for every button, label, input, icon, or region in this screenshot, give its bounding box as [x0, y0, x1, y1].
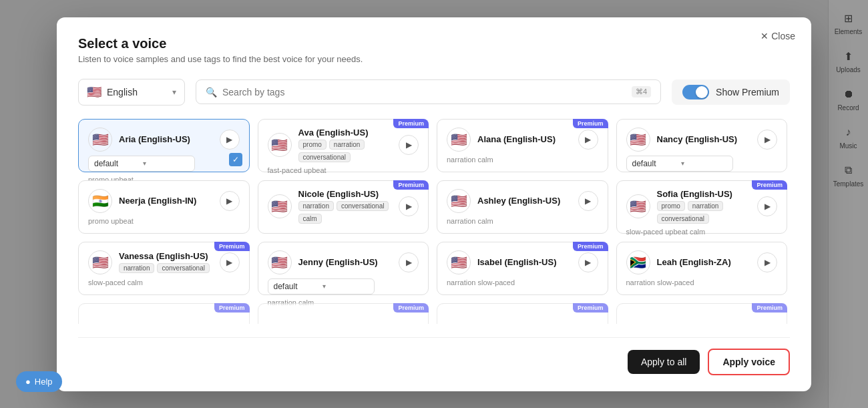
voice-avatar: 🇺🇸: [626, 128, 650, 152]
play-button[interactable]: ▶: [399, 135, 419, 155]
search-shortcut: ⌘4: [632, 86, 651, 97]
voice-card-header: 🇿🇦 Leah (English-ZA) ▶: [626, 250, 778, 274]
voice-info: Isabel (English-US): [477, 257, 572, 267]
play-button[interactable]: ▶: [399, 252, 419, 272]
voice-variant-label: default: [632, 159, 678, 168]
voice-card-vanessa[interactable]: Premium 🇺🇸 Vanessa (English-US) narratio…: [78, 242, 250, 295]
voice-tag: calm: [298, 214, 322, 224]
voice-card-aria[interactable]: 🇺🇸 Aria (English-US) ▶ default ▾ promo u…: [78, 119, 250, 172]
voice-variant-dropdown[interactable]: default ▾: [268, 278, 375, 294]
voice-name: Nicole (English-US): [298, 189, 393, 199]
dropdown-chevron-icon: ▾: [143, 160, 189, 167]
play-button[interactable]: ▶: [757, 130, 777, 150]
voice-description: fast-paced upbeat: [268, 166, 419, 174]
voice-card-partial-3[interactable]: Premium: [616, 303, 788, 324]
voice-avatar: 🇺🇸: [268, 194, 292, 218]
voice-tag: conversational: [298, 152, 351, 162]
voice-info: Aria (English-US): [119, 134, 213, 144]
voice-name: Aria (English-US): [119, 134, 213, 144]
play-button[interactable]: ▶: [578, 191, 598, 211]
voice-name: Jenny (English-US): [298, 257, 393, 267]
voice-card-jenny[interactable]: 🇺🇸 Jenny (English-US) ▶ default ▾ narrat…: [258, 242, 429, 295]
close-button[interactable]: ✕ Close: [761, 31, 795, 41]
voice-variant-label: default: [274, 282, 320, 291]
voice-tags: narrationconversationalcalm: [298, 201, 393, 224]
language-flag: 🇺🇸: [87, 85, 101, 99]
voice-name: Vanessa (English-US): [119, 251, 213, 261]
voice-card-leah[interactable]: 🇿🇦 Leah (English-ZA) ▶ narration slow-pa…: [616, 242, 788, 295]
voice-card-header: 🇺🇸 Isabel (English-US) ▶: [447, 250, 598, 274]
voice-avatar: 🇺🇸: [447, 128, 471, 152]
voice-tag: narration: [688, 201, 723, 211]
voice-info: Neerja (English-IN): [119, 196, 213, 206]
play-button[interactable]: ▶: [399, 196, 419, 216]
voice-card-header: 🇺🇸 Ashley (English-US) ▶: [447, 189, 598, 213]
play-button[interactable]: ▶: [220, 191, 240, 211]
play-button[interactable]: ▶: [220, 130, 240, 150]
help-button[interactable]: ● Help: [16, 371, 62, 392]
voice-info: Ava (English-US) promonarrationconversat…: [298, 128, 393, 162]
voice-description: narration calm: [447, 217, 598, 225]
voice-card-nicole[interactable]: Premium 🇺🇸 Nicole (English-US) narration…: [258, 180, 429, 234]
voice-avatar: 🇺🇸: [268, 133, 292, 157]
voice-avatar: 🇺🇸: [88, 128, 112, 152]
play-button[interactable]: ▶: [220, 252, 240, 272]
premium-badge: Premium: [393, 119, 429, 128]
dropdown-chevron-icon: ▾: [322, 282, 369, 290]
play-button[interactable]: ▶: [578, 130, 598, 150]
dropdown-chevron-icon: ▾: [681, 160, 727, 167]
modal-title: Select a voice: [78, 36, 790, 51]
filters-row: 🇺🇸 English ▾ 🔍 ⌘4 Show Premium: [78, 79, 790, 106]
voice-info: Ashley (English-US): [477, 196, 572, 206]
premium-badge: Premium: [752, 303, 787, 313]
voice-card-sofia[interactable]: Premium 🇺🇸 Sofia (English-US) promonarra…: [616, 180, 788, 234]
voice-card-ashley[interactable]: 🇺🇸 Ashley (English-US) ▶ narration calm: [437, 180, 608, 234]
play-button[interactable]: ▶: [757, 196, 777, 216]
modal-overlay: Select a voice Listen to voice samples a…: [0, 0, 868, 408]
premium-toggle-row: Show Premium: [672, 79, 790, 105]
voice-card-partial-0[interactable]: Premium: [78, 303, 250, 324]
voice-card-partial-2[interactable]: Premium: [437, 303, 608, 324]
premium-toggle[interactable]: [682, 85, 709, 99]
voice-card-alana[interactable]: Premium 🇺🇸 Alana (English-US) ▶ narratio…: [437, 119, 608, 172]
voice-tag: conversational: [657, 214, 709, 224]
voice-avatar: 🇺🇸: [626, 194, 650, 218]
voice-variant-dropdown[interactable]: default ▾: [88, 156, 195, 172]
premium-badge: Premium: [393, 303, 429, 313]
apply-voice-button[interactable]: Apply voice: [708, 349, 790, 375]
voice-card-isabel[interactable]: Premium 🇺🇸 Isabel (English-US) ▶ narrati…: [437, 242, 608, 295]
voice-card-header: 🇺🇸 Ava (English-US) promonarrationconver…: [268, 128, 419, 162]
voice-info: Nancy (English-US): [657, 134, 751, 144]
voice-avatar: 🇺🇸: [88, 250, 112, 274]
voice-card-partial-1[interactable]: Premium: [258, 303, 429, 324]
premium-badge: Premium: [752, 180, 787, 190]
premium-badge: Premium: [573, 119, 608, 128]
chevron-down-icon: ▾: [172, 87, 176, 97]
voice-name: Ashley (English-US): [477, 196, 572, 206]
voice-description: narration slow-paced: [626, 278, 778, 286]
voice-card-nancy[interactable]: 🇺🇸 Nancy (English-US) ▶ default ▾: [616, 119, 788, 172]
voice-tag: narration: [119, 263, 154, 273]
help-label: Help: [35, 377, 53, 387]
voice-name: Ava (English-US): [298, 128, 393, 138]
play-button[interactable]: ▶: [578, 252, 598, 272]
voice-variant-dropdown[interactable]: default ▾: [626, 156, 733, 172]
voice-card-header: 🇺🇸 Sofia (English-US) promonarrationconv…: [626, 189, 778, 224]
voice-card-ava[interactable]: Premium 🇺🇸 Ava (English-US) promonarrati…: [258, 119, 429, 172]
voice-tags: narrationconversational: [119, 263, 213, 273]
voice-info: Alana (English-US): [477, 134, 572, 144]
voice-card-header: 🇺🇸 Aria (English-US) ▶: [88, 128, 240, 152]
voice-card-header: 🇺🇸 Nicole (English-US) narrationconversa…: [268, 189, 419, 224]
voice-info: Jenny (English-US): [298, 257, 393, 267]
search-container[interactable]: 🔍 ⌘4: [196, 79, 661, 104]
search-input[interactable]: [222, 87, 626, 97]
premium-badge: Premium: [393, 180, 429, 190]
voice-info: Vanessa (English-US) narrationconversati…: [119, 251, 213, 273]
voice-avatar: 🇺🇸: [447, 189, 471, 213]
voice-card-neerja[interactable]: 🇮🇳 Neerja (English-IN) ▶ promo upbeat: [78, 180, 250, 234]
apply-to-all-button[interactable]: Apply to all: [628, 350, 700, 374]
voice-avatar: 🇿🇦: [626, 250, 650, 274]
voice-select-modal: Select a voice Listen to voice samples a…: [57, 17, 811, 391]
language-selector[interactable]: 🇺🇸 English ▾: [78, 79, 185, 106]
play-button[interactable]: ▶: [757, 252, 777, 272]
